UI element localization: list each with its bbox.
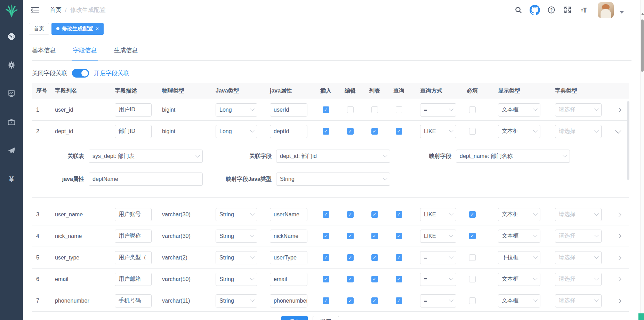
required-checkbox[interactable] [469,106,476,113]
insert-checkbox-checked[interactable] [323,233,329,239]
yen-icon[interactable]: ¥ [7,175,16,184]
mapping-java-attr-input[interactable]: deptName [89,173,203,186]
field-desc-input[interactable]: 用户账号 [115,208,152,221]
required-checkbox-checked[interactable] [469,233,476,239]
search-icon[interactable] [513,5,524,15]
list-checkbox-checked[interactable] [371,297,378,304]
monitor-chart-icon[interactable] [7,89,16,98]
tag-home[interactable]: 首页 [29,23,49,35]
tag-current-page[interactable]: 修改生成配置 × [51,23,104,35]
submit-button[interactable]: 提交 [281,316,308,320]
expand-row-chevron-icon[interactable] [615,256,621,260]
back-button[interactable]: 返回 [313,316,339,320]
java-type-select[interactable]: String [216,208,257,221]
relation-toggle-switch[interactable] [72,69,89,78]
dict-type-select[interactable]: 请选择 [555,294,602,307]
insert-checkbox-checked[interactable] [323,297,329,304]
scroll-up-arrow-icon[interactable] [641,13,644,15]
query-mode-select[interactable]: = [420,294,456,307]
display-type-select[interactable]: 文本框 [498,103,540,117]
dict-type-select[interactable]: 请选择 [555,103,602,117]
query-checkbox-checked[interactable] [396,297,402,304]
expand-row-chevron-icon[interactable] [615,277,621,281]
tab-field-info[interactable]: 字段信息 [73,46,97,60]
paper-plane-icon[interactable] [7,146,16,155]
java-type-select[interactable]: Long [216,103,257,117]
expand-row-chevron-icon[interactable] [615,299,621,303]
display-type-select[interactable]: 文本框 [498,125,540,138]
query-checkbox-checked[interactable] [396,233,402,239]
edit-checkbox-checked[interactable] [347,276,354,282]
relation-table-select[interactable]: sys_dept: 部门表 [89,150,203,163]
required-checkbox[interactable] [469,297,476,304]
list-checkbox-checked[interactable] [371,276,378,282]
display-type-select[interactable]: 文本框 [498,273,540,286]
java-attr-input[interactable]: email [270,273,307,286]
field-desc-input[interactable]: 用户类型（ [115,251,152,264]
dict-type-select[interactable]: 请选择 [555,125,602,138]
java-attr-input[interactable]: deptId [270,125,307,138]
edit-checkbox-checked[interactable] [347,128,354,135]
list-checkbox-checked[interactable] [371,233,378,239]
list-checkbox-checked[interactable] [371,211,378,218]
query-checkbox-checked[interactable] [396,276,402,282]
field-desc-input[interactable]: 手机号码 [115,294,152,307]
java-type-select[interactable]: Long [216,125,257,138]
expand-row-chevron-icon[interactable] [615,234,621,238]
java-attr-input[interactable]: userId [270,103,307,117]
dict-type-select[interactable]: 请选择 [555,230,602,243]
field-desc-input[interactable]: 用户昵称 [115,230,152,243]
java-attr-input[interactable]: nickName [270,230,307,243]
mapping-field-select[interactable]: dept_name: 部门名称 [456,150,570,163]
edit-checkbox-checked[interactable] [347,233,354,239]
java-attr-input[interactable]: userName [270,208,307,221]
insert-checkbox-checked[interactable] [323,276,329,282]
java-attr-input[interactable]: phonenumber [270,294,307,307]
query-checkbox-checked[interactable] [396,211,402,218]
dashboard-gauge-icon[interactable] [7,32,16,41]
insert-checkbox-checked[interactable] [323,106,329,113]
insert-checkbox-checked[interactable] [323,254,329,261]
app-logo[interactable] [0,0,23,23]
java-type-select[interactable]: String [216,273,257,286]
list-checkbox-checked[interactable] [371,128,378,135]
table-scrollbar-thumb[interactable] [627,101,629,180]
edit-checkbox-checked[interactable] [347,297,354,304]
query-checkbox-checked[interactable] [396,254,402,261]
query-mode-select[interactable]: LIKE [420,208,456,221]
required-checkbox[interactable] [469,254,476,261]
required-checkbox[interactable] [469,128,476,135]
fullscreen-icon[interactable] [562,5,573,15]
insert-checkbox-checked[interactable] [323,128,329,135]
list-checkbox-checked[interactable] [371,254,378,261]
query-mode-select[interactable]: LIKE [420,230,456,243]
display-type-select[interactable]: 文本框 [498,208,540,221]
java-type-select[interactable]: String [216,251,257,264]
breadcrumb-home[interactable]: 首页 [50,6,62,14]
display-type-select[interactable]: 下拉框 [498,251,540,264]
java-type-select[interactable]: String [216,230,257,243]
required-checkbox-checked[interactable] [469,211,476,218]
edit-checkbox-checked[interactable] [347,254,354,261]
page-scrollbar-thumb[interactable] [641,19,644,72]
dict-type-select[interactable]: 请选择 [555,251,602,264]
relation-field-select[interactable]: dept_id: 部门id [276,150,390,163]
tag-close-icon[interactable]: × [96,26,99,32]
required-checkbox[interactable] [469,276,476,282]
display-type-select[interactable]: 文本框 [498,294,540,307]
query-checkbox-checked[interactable] [396,128,402,135]
tab-generate-info[interactable]: 生成信息 [114,46,138,60]
edit-checkbox-checked[interactable] [347,211,354,218]
display-type-select[interactable]: 文本框 [498,230,540,243]
edit-checkbox[interactable] [347,106,354,113]
user-avatar[interactable] [598,2,614,18]
query-mode-select[interactable]: = [420,273,456,286]
query-mode-select[interactable]: LIKE [420,125,456,138]
expand-row-chevron-icon[interactable] [615,108,621,112]
insert-checkbox-checked[interactable] [323,211,329,218]
collapse-menu-icon[interactable] [30,5,40,15]
java-type-select[interactable]: String [216,294,257,307]
dict-type-select[interactable]: 请选择 [555,208,602,221]
field-desc-input[interactable]: 部门ID [115,125,152,138]
dict-type-select[interactable]: 请选择 [555,273,602,286]
